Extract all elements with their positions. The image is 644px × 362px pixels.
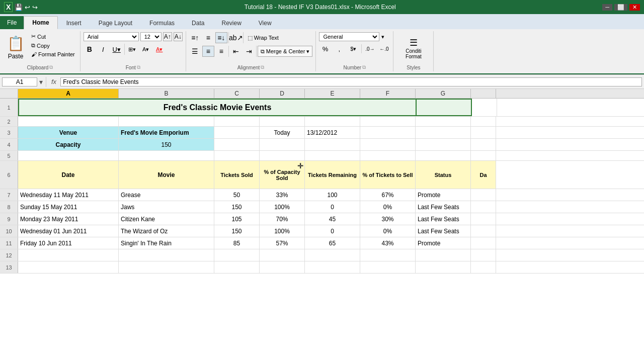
close-btn[interactable]: ✕ (629, 4, 640, 11)
cell-e9[interactable]: 45 (305, 213, 360, 225)
cell-f11[interactable]: 43% (360, 237, 416, 249)
cell-c12[interactable] (214, 249, 260, 261)
cell-c8[interactable]: 150 (214, 201, 260, 213)
cell-reference-input[interactable] (2, 77, 37, 86)
cell-h8[interactable] (471, 201, 496, 213)
cell-g5[interactable] (416, 151, 471, 161)
cell-g10[interactable]: Last Few Seats (416, 225, 471, 237)
cell-g7[interactable]: Promote (416, 189, 471, 201)
cell-d11[interactable]: 57% (260, 237, 305, 249)
row-num-13[interactable]: 13 (0, 261, 18, 273)
copy-button[interactable]: ⧉ Copy (29, 41, 77, 50)
bold-button[interactable]: B (84, 44, 96, 55)
cell-g6[interactable]: Status (416, 161, 471, 189)
angle-text-button[interactable]: ab↗ (230, 32, 242, 43)
cell-g1[interactable] (417, 99, 472, 116)
col-header-a[interactable]: A (18, 89, 119, 98)
col-header-g[interactable]: G (416, 89, 471, 98)
cell-c10[interactable]: 150 (214, 225, 260, 237)
cell-b3[interactable]: Fred's Movie Emporium (119, 127, 214, 138)
cell-d13[interactable] (260, 261, 305, 273)
comma-button[interactable]: , (333, 43, 345, 54)
cell-h4[interactable] (471, 139, 496, 150)
col-header-f[interactable]: F (360, 89, 416, 98)
cell-d2[interactable] (260, 117, 305, 127)
cell-f12[interactable] (360, 249, 416, 261)
cell-a5[interactable] (18, 151, 119, 161)
cell-h2[interactable] (471, 117, 496, 127)
font-expand-icon[interactable]: ⧉ (137, 64, 140, 70)
underline-button[interactable]: U▾ (111, 44, 123, 55)
conditional-format-button[interactable]: ☰ ConditiFormat (404, 35, 424, 61)
cell-b2[interactable] (119, 117, 214, 127)
cell-a4[interactable]: Capacity (18, 139, 119, 150)
minimize-btn[interactable]: ─ (602, 4, 612, 11)
cell-h5[interactable] (471, 151, 496, 161)
row-num-5[interactable]: 5 (0, 151, 18, 160)
quick-access-redo[interactable]: ↪ (32, 4, 38, 11)
cell-f4[interactable] (360, 139, 416, 150)
cell-f3[interactable] (360, 127, 416, 138)
cell-e7[interactable]: 100 (305, 189, 360, 201)
cell-a1[interactable]: Fred's Classic Movie Events (18, 99, 417, 116)
cell-e12[interactable] (305, 249, 360, 261)
wrap-text-button[interactable]: ⬚ Wrap Text (245, 32, 282, 43)
row-num-6[interactable]: 6 (0, 161, 18, 189)
tab-data[interactable]: Data (183, 16, 213, 29)
italic-button[interactable]: I (97, 44, 109, 55)
row-num-8[interactable]: 8 (0, 201, 18, 213)
cell-a10[interactable]: Wednesday 01 Jun 2011 (18, 225, 119, 237)
cell-b7[interactable]: Grease (119, 189, 214, 201)
formula-input[interactable] (60, 77, 642, 86)
cell-e13[interactable] (305, 261, 360, 273)
cell-g2[interactable] (416, 117, 471, 127)
cell-e10[interactable]: 0 (305, 225, 360, 237)
tab-file[interactable]: File (0, 16, 24, 29)
paste-button[interactable]: 📋 Paste (3, 32, 28, 63)
tab-review[interactable]: Review (213, 16, 250, 29)
cell-a12[interactable] (18, 249, 119, 261)
cell-f7[interactable]: 67% (360, 189, 416, 201)
align-center-button[interactable]: ≡ (202, 46, 214, 57)
font-color-button[interactable]: A▾ (153, 44, 166, 55)
cell-f13[interactable] (360, 261, 416, 273)
fill-color-button[interactable]: A▾ (140, 44, 152, 55)
align-middle-button[interactable]: ≡ (202, 32, 214, 43)
alignment-expand-icon[interactable]: ⧉ (261, 64, 264, 70)
merge-dropdown-icon[interactable]: ▾ (306, 48, 309, 55)
cell-h1[interactable] (472, 99, 497, 116)
font-size-select[interactable]: 12 (140, 32, 162, 41)
cell-e8[interactable]: 0 (305, 201, 360, 213)
cell-c4[interactable] (214, 139, 260, 150)
restore-btn[interactable]: ⬜ (614, 4, 627, 11)
cell-h11[interactable] (471, 237, 496, 249)
row-num-1[interactable]: 1 (0, 99, 18, 116)
tab-formulas[interactable]: Formulas (141, 16, 183, 29)
cell-g13[interactable] (416, 261, 471, 273)
cell-h6[interactable]: Da (471, 161, 496, 189)
cell-d9[interactable]: 70% (260, 213, 305, 225)
col-header-c[interactable]: C (214, 89, 260, 98)
cell-d5[interactable] (260, 151, 305, 161)
merge-center-button[interactable]: ⧉ Merge & Center ▾ (258, 46, 313, 57)
cell-f8[interactable]: 0% (360, 201, 416, 213)
cell-a6[interactable]: Date (18, 161, 119, 189)
cell-h3[interactable] (471, 127, 496, 138)
cell-a9[interactable]: Monday 23 May 2011 (18, 213, 119, 225)
row-num-2[interactable]: 2 (0, 117, 18, 126)
cell-c9[interactable]: 105 (214, 213, 260, 225)
cell-d12[interactable] (260, 249, 305, 261)
cell-g3[interactable] (416, 127, 471, 138)
col-header-d[interactable]: D (260, 89, 305, 98)
cell-h7[interactable] (471, 189, 496, 201)
increase-decimal-button[interactable]: .0→ (364, 43, 376, 54)
cell-b12[interactable] (119, 249, 214, 261)
row-num-3[interactable]: 3 (0, 127, 18, 138)
cell-c6[interactable]: Tickets Sold (214, 161, 260, 189)
currency-button[interactable]: $▾ (347, 43, 359, 54)
number-format-select[interactable]: General (319, 32, 379, 41)
cell-a2[interactable] (18, 117, 119, 127)
cell-a7[interactable]: Wednesday 11 May 2011 (18, 189, 119, 201)
cell-h9[interactable] (471, 213, 496, 225)
cell-e3[interactable]: 13/12/2012 (305, 127, 360, 138)
